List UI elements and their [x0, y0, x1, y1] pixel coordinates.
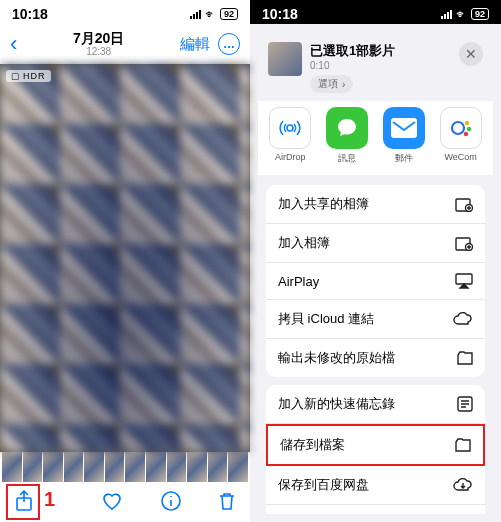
action-quick-note[interactable]: 加入新的快速備忘錄 [266, 385, 485, 424]
action-save-to-files[interactable]: 儲存到檔案 [266, 424, 485, 466]
action-baidu-2[interactable]: 保存到百度网盘 [266, 505, 485, 514]
nav-title: 7月20日 12:38 [73, 31, 124, 57]
bottom-toolbar: 1 [0, 482, 250, 522]
video-icon: ▢ [11, 71, 21, 81]
chevron-right-icon: › [342, 79, 345, 90]
photo-time: 12:38 [73, 46, 124, 57]
close-button[interactable]: ✕ [459, 42, 483, 66]
photo-content [0, 64, 250, 452]
action-album[interactable]: 加入相簿 [266, 224, 485, 263]
media-duration: 0:10 [310, 60, 451, 71]
svg-point-4 [452, 122, 464, 134]
actions-group-2: 加入新的快速備忘錄 儲存到檔案 保存到百度网盘 保存到百度网盘 保存到网盘同步空… [266, 385, 485, 514]
hdr-badge: ▢ HDR [6, 70, 51, 82]
share-apps-row: AirDrop 訊息 郵件 WeCom [258, 101, 493, 175]
share-sheet: 已選取1部影片 0:10 選項 › ✕ AirDrop 訊息 [258, 32, 493, 514]
action-export-original[interactable]: 輸出未修改的原始檔 [266, 339, 485, 377]
mail-icon [383, 107, 425, 149]
wecom-icon [440, 107, 482, 149]
sheet-title: 已選取1部影片 [310, 42, 451, 60]
app-airdrop[interactable]: AirDrop [264, 107, 316, 165]
nav-bar: ‹ 7月20日 12:38 編輯 … [0, 24, 250, 64]
annotation-box-1 [6, 484, 40, 520]
wifi-icon: ᯤ [456, 8, 467, 20]
svg-rect-3 [391, 118, 417, 138]
svg-point-2 [287, 125, 293, 131]
options-button[interactable]: 選項 › [310, 75, 353, 93]
action-icloud-link[interactable]: 拷貝 iCloud 連結 [266, 300, 485, 339]
app-wecom[interactable]: WeCom [435, 107, 487, 165]
photo-date: 7月20日 [73, 31, 124, 46]
back-button[interactable]: ‹ [10, 31, 17, 57]
status-bar: 10:18 ᯤ 92 [0, 0, 250, 24]
favorite-button[interactable] [101, 491, 123, 514]
delete-button[interactable] [218, 491, 236, 514]
airdrop-icon [269, 107, 311, 149]
svg-rect-12 [456, 274, 472, 284]
battery-level: 92 [220, 8, 238, 20]
more-button[interactable]: … [218, 33, 240, 55]
media-thumbnail [268, 42, 302, 76]
svg-point-6 [466, 127, 470, 131]
wifi-icon: ᯤ [205, 8, 216, 20]
status-time: 10:18 [12, 6, 48, 22]
annotation-1: 1 [44, 488, 55, 511]
app-mail[interactable]: 郵件 [378, 107, 430, 165]
status-bar-right: 10:18 ᯤ 92 [250, 0, 501, 24]
cell-signal-icon [190, 10, 201, 19]
action-shared-album[interactable]: 加入共享的相簿 [266, 185, 485, 224]
cell-signal-icon [441, 10, 452, 19]
messages-icon [326, 107, 368, 149]
app-messages[interactable]: 訊息 [321, 107, 373, 165]
action-baidu-1[interactable]: 保存到百度网盘 [266, 466, 485, 505]
status-time-r: 10:18 [262, 6, 298, 22]
actions-group-1: 加入共享的相簿 加入相簿 AirPlay 拷貝 iCloud 連結 輸出未修改的… [266, 185, 485, 377]
photo-viewport[interactable]: ▢ HDR [0, 64, 250, 452]
action-airplay[interactable]: AirPlay [266, 263, 485, 300]
edit-button[interactable]: 編輯 [180, 35, 210, 54]
info-button[interactable] [161, 491, 181, 514]
thumbnail-strip[interactable] [0, 452, 250, 482]
svg-point-5 [464, 121, 468, 125]
battery-level: 92 [471, 8, 489, 20]
status-right: ᯤ 92 [190, 8, 238, 20]
svg-point-7 [463, 132, 467, 136]
